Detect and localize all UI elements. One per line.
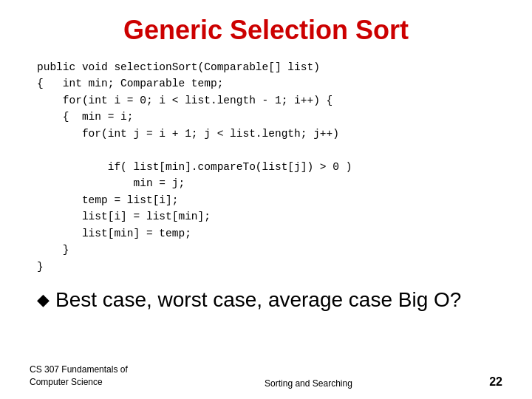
footer-page: 22 [489, 375, 502, 389]
code-line-3: for(int i = 0; i < list.length - 1; i++)… [37, 95, 332, 106]
code-line-1: public void selectionSort(Comparable[] l… [37, 61, 320, 73]
footer-left: CS 307 Fundamentals of Computer Science [30, 364, 128, 389]
code-line-10: list[i] = list[min]; [37, 211, 211, 222]
code-line-8: min = j; [37, 177, 185, 189]
code-line-11: list[min] = temp; [37, 228, 191, 239]
bullet-section: ◆ Best case, worst case, average case Bi… [37, 288, 502, 312]
bullet-icon: ◆ [37, 292, 50, 308]
footer-center: Sorting and Searching [265, 378, 352, 389]
code-line-5: for(int j = i + 1; j < list.length; j++) [37, 128, 339, 140]
code-line-2: { int min; Comparable temp; [37, 78, 223, 89]
footer-left-line2: Computer Science [30, 376, 128, 389]
code-line-13: } [37, 261, 44, 273]
code-line-6 [37, 144, 44, 156]
footer-left-line1: CS 307 Fundamentals of [30, 364, 128, 376]
bullet-text: Best case, worst case, average case Big … [55, 288, 461, 312]
slide-title: Generic Selection Sort [30, 15, 502, 46]
code-block: public void selectionSort(Comparable[] l… [37, 59, 502, 275]
slide: Generic Selection Sort public void selec… [0, 0, 532, 399]
code-line-4: { min = i; [37, 111, 134, 123]
footer: CS 307 Fundamentals of Computer Science … [30, 364, 502, 389]
code-line-7: if( list[min].compareTo(list[j]) > 0 ) [37, 161, 352, 173]
code-line-12: } [37, 244, 69, 256]
code-line-9: temp = list[i]; [37, 194, 178, 206]
